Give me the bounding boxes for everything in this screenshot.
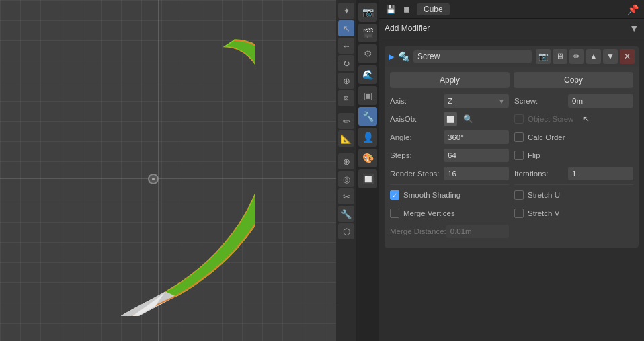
stretch-v-label: Stretch V	[528, 209, 559, 217]
viewport[interactable]	[0, 0, 336, 341]
add-modifier-label: Add Modifier	[385, 24, 430, 33]
axis-ob-mesh-icon[interactable]: ⬜	[444, 112, 457, 126]
flip-row: Flip	[514, 148, 633, 163]
prop-output[interactable]: 🎬	[358, 24, 377, 42]
stretch-u-checkbox[interactable]	[514, 190, 524, 200]
axis-ob-field-row: AxisOb: ⬜ 🔍	[390, 112, 509, 126]
toolbar-extra[interactable]: 🔧	[338, 206, 354, 222]
modifier-actions-row: Apply Copy	[390, 72, 633, 88]
pin-icon[interactable]: 📌	[627, 4, 639, 15]
modifier-body: Apply Copy Axis: Z ▼	[385, 67, 639, 248]
smooth-shading-label: Smooth Shading	[403, 191, 460, 199]
toolbar-extra2[interactable]: ⬡	[338, 223, 354, 239]
cursor-indicator: ↖	[583, 114, 590, 124]
toolbar-sculpt[interactable]: ◎	[338, 171, 354, 187]
right-panel: 💾 ◼ Cube 📌 Add Modifier ▼ ▶ 🔩 📷 🖥 ✏ ▲ ▼	[379, 0, 644, 341]
axis-field-row: Axis: Z ▼	[390, 93, 509, 108]
toolbar-scale[interactable]: ⊕	[338, 73, 354, 89]
smooth-shading-row: Smooth Shading	[390, 188, 509, 202]
iterations-label: Iterations:	[514, 169, 568, 178]
smooth-shading-checkbox[interactable]	[390, 190, 399, 200]
modifier-type-icon: 🔩	[398, 51, 409, 62]
toolbar-rotate[interactable]: ↻	[338, 55, 354, 71]
prop-material[interactable]: 🎨	[358, 149, 377, 167]
screw-label: Screw:	[514, 97, 568, 105]
iterations-value[interactable]: 1	[568, 167, 633, 180]
separator	[390, 184, 509, 185]
toolbar-transform[interactable]: ⊠	[338, 90, 354, 106]
copy-button[interactable]: Copy	[514, 72, 633, 88]
modifier-edit-btn[interactable]: ✏	[569, 49, 584, 64]
flip-label: Flip	[528, 151, 540, 159]
screw-field-row: Screw: 0m	[514, 93, 633, 108]
save-icon[interactable]: 💾	[385, 3, 397, 15]
angle-value[interactable]: 360°	[444, 130, 509, 144]
flip-checkbox[interactable]	[514, 151, 524, 160]
right-separator	[514, 184, 633, 185]
render-steps-field-row: Render Steps: 16	[390, 166, 509, 181]
angle-field-row: Angle: 360°	[390, 130, 509, 145]
axis-chevron: ▼	[498, 98, 505, 105]
modifier-render-btn[interactable]: 📷	[536, 49, 551, 64]
stretch-u-label: Stretch U	[528, 191, 560, 199]
screw-value[interactable]: 0m	[568, 94, 633, 108]
toolbar-edit[interactable]: ✂	[338, 188, 354, 204]
add-modifier-bar[interactable]: Add Modifier ▼	[379, 19, 644, 38]
toolbar-add[interactable]: ⊕	[338, 153, 354, 169]
angle-label: Angle:	[390, 133, 444, 141]
steps-field-row: Steps: 64	[390, 148, 509, 163]
steps-label: Steps:	[390, 151, 444, 159]
axis-label: Axis:	[390, 97, 444, 105]
prop-object[interactable]: ▣	[358, 86, 377, 105]
axis-value[interactable]: Z ▼	[444, 94, 509, 108]
modifier-toggle[interactable]: ▶	[389, 52, 394, 61]
origin-point	[148, 174, 159, 184]
iterations-value-text: 1	[572, 169, 576, 178]
eyedropper-icon[interactable]: 🔍	[461, 112, 475, 126]
steps-value-text: 64	[448, 151, 456, 159]
modifier-close-btn[interactable]: ✕	[620, 49, 635, 64]
prop-modifier[interactable]: 🔧	[358, 107, 377, 126]
modifier-name-input[interactable]	[413, 50, 532, 63]
modifier-panel: ▶ 🔩 📷 🖥 ✏ ▲ ▼ ✕ Apply Copy	[379, 38, 644, 341]
calc-order-label: Calc Order	[528, 133, 565, 141]
stretch-v-row: Stretch V	[514, 206, 633, 221]
calc-order-checkbox[interactable]	[514, 132, 524, 142]
toolbar-measure[interactable]: 📐	[338, 130, 354, 147]
modifier-header-icons: 📷 🖥 ✏ ▲ ▼ ✕	[536, 49, 635, 64]
tab-cube[interactable]: Cube	[417, 3, 450, 15]
modifier-move-up-btn[interactable]: ▲	[586, 49, 601, 64]
toolbar-move[interactable]: ↔	[338, 38, 354, 54]
toolbar-annotate[interactable]: ✏	[338, 113, 354, 129]
modifier-viewport-btn[interactable]: 🖥	[553, 49, 567, 64]
prop-particles[interactable]: 👤	[358, 128, 377, 147]
properties-sidebar: 📷 🎬 ⚙ 🌊 ▣ 🔧 👤 🎨 🔲	[356, 0, 379, 341]
top-bar: 💾 ◼ Cube 📌	[379, 0, 644, 19]
prop-scene[interactable]: ⚙	[358, 44, 377, 63]
modifier-fields: Axis: Z ▼ AxisOb: ⬜ 🔍	[390, 93, 633, 242]
merge-distance-label: Merge Distance:	[390, 227, 446, 235]
screw-modifier-block: ▶ 🔩 📷 🖥 ✏ ▲ ▼ ✕ Apply Copy	[385, 46, 639, 248]
toolbar-select[interactable]: ↖	[338, 20, 354, 36]
modifier-move-down-btn[interactable]: ▼	[603, 49, 618, 64]
merge-vertices-checkbox[interactable]	[390, 209, 399, 218]
add-modifier-arrow[interactable]: ▼	[629, 23, 639, 34]
apply-button[interactable]: Apply	[390, 72, 510, 88]
render-steps-value[interactable]: 16	[444, 167, 509, 180]
left-column: Axis: Z ▼ AxisOb: ⬜ 🔍	[390, 93, 509, 242]
prop-world[interactable]: 🌊	[358, 65, 377, 84]
object-screw-checkbox	[514, 114, 524, 124]
right-column: Screw: 0m Object Screw ↖	[514, 93, 633, 242]
toolbar-cursor[interactable]: ✦	[338, 3, 354, 19]
prop-render[interactable]: 📷	[358, 3, 377, 22]
merge-distance-field-row: Merge Distance: 0.01m	[390, 224, 509, 239]
prop-data[interactable]: 🔲	[358, 169, 377, 188]
object-screw-row: Object Screw ↖	[514, 112, 633, 126]
screw-object	[121, 34, 255, 316]
merge-vertices-row: Merge Vertices	[390, 206, 509, 221]
stretch-u-row: Stretch U	[514, 188, 633, 202]
stretch-v-checkbox[interactable]	[514, 209, 524, 218]
merge-vertices-label: Merge Vertices	[403, 209, 455, 217]
steps-value[interactable]: 64	[444, 149, 509, 162]
iterations-field-row: Iterations: 1	[514, 166, 633, 181]
